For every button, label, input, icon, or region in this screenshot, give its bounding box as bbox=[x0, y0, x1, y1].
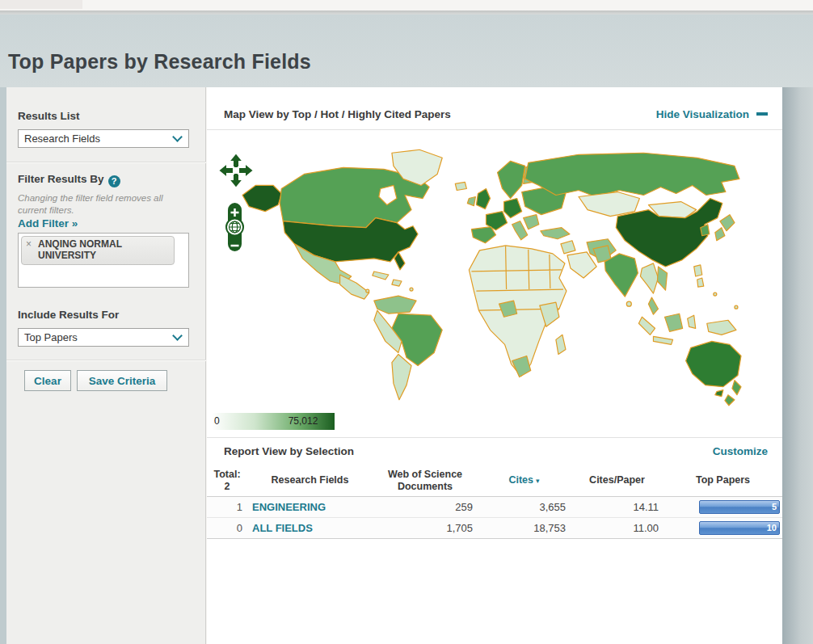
table-header-row: Total: 2 Research Fields Web of Science … bbox=[207, 465, 782, 496]
hide-visualization-link[interactable]: Hide Visualization bbox=[656, 108, 749, 120]
total-header: Total: 2 bbox=[207, 465, 247, 496]
main-content: Map View by Top / Hot / Highly Cited Pap… bbox=[207, 87, 782, 644]
sort-desc-icon: ▾ bbox=[536, 477, 540, 485]
filters-sidebar: Results List Research Fields Filter Resu… bbox=[6, 87, 206, 644]
field-link[interactable]: ENGINEERING bbox=[252, 501, 326, 513]
column-top-papers[interactable]: Top Papers bbox=[663, 465, 782, 496]
results-list-label: Results List bbox=[18, 110, 80, 122]
row-documents: 1,705 bbox=[373, 517, 478, 538]
map-section-header: Map View by Top / Hot / Highly Cited Pap… bbox=[207, 87, 782, 129]
column-wos-documents[interactable]: Web of Science Documents bbox=[373, 465, 478, 496]
sidebar-divider bbox=[6, 360, 206, 361]
continent-south-america[interactable] bbox=[374, 296, 442, 400]
column-research-fields[interactable]: Research Fields bbox=[247, 465, 373, 496]
globe-icon bbox=[226, 219, 243, 236]
world-map[interactable] bbox=[238, 148, 745, 406]
top-papers-bar: 10 bbox=[699, 521, 780, 535]
collapse-minus-icon[interactable] bbox=[756, 112, 768, 116]
filter-results-label: Filter Results By? bbox=[18, 173, 120, 187]
top-papers-value: 10 bbox=[767, 523, 777, 532]
pan-down-icon bbox=[229, 173, 243, 188]
row-rank: 1 bbox=[207, 496, 247, 517]
legend-min-value: 0 bbox=[214, 415, 220, 427]
pan-up-icon bbox=[229, 153, 243, 168]
row-documents: 259 bbox=[373, 496, 478, 517]
browser-top-strip bbox=[0, 0, 813, 11]
filter-chip[interactable]: × ANQING NORMAL UNIVERSITY bbox=[21, 236, 175, 265]
left-margin-strip bbox=[0, 87, 6, 644]
add-filter-link[interactable]: Add Filter » bbox=[18, 217, 78, 229]
map-zoom-control[interactable] bbox=[225, 201, 245, 255]
total-count: 2 bbox=[209, 481, 246, 493]
row-cites-per-paper: 11.00 bbox=[571, 517, 663, 538]
row-rank: 0 bbox=[207, 517, 247, 538]
browser-tab-remnant bbox=[0, 0, 82, 9]
page-title: Top Papers by Research Fields bbox=[8, 50, 311, 74]
column-cites-sorted[interactable]: Cites▾ bbox=[478, 465, 571, 496]
filter-note: Changing the filter field removes all cu… bbox=[18, 192, 186, 217]
top-papers-bar: 5 bbox=[699, 500, 780, 514]
sidebar-divider bbox=[6, 162, 206, 163]
include-results-select[interactable]: Top Papers bbox=[18, 328, 189, 347]
continent-north-america[interactable] bbox=[242, 149, 466, 299]
table-row: 1 ENGINEERING 259 3,655 14.11 5 bbox=[207, 496, 782, 517]
top-papers-value: 5 bbox=[772, 502, 777, 511]
results-list-select[interactable]: Research Fields bbox=[18, 129, 189, 148]
customize-link[interactable]: Customize bbox=[713, 445, 768, 457]
remove-filter-icon[interactable]: × bbox=[26, 239, 32, 250]
filter-chip-label: ANQING NORMAL UNIVERSITY bbox=[38, 238, 122, 261]
pan-left-icon bbox=[218, 163, 234, 178]
row-cites: 18,753 bbox=[478, 517, 571, 538]
right-margin-strip bbox=[782, 87, 813, 644]
results-list-value: Research Fields bbox=[24, 133, 100, 145]
column-cites-per-paper[interactable]: Cites/Paper bbox=[571, 465, 663, 496]
pan-right-icon bbox=[238, 163, 254, 178]
row-cites-per-paper: 14.11 bbox=[571, 496, 663, 517]
include-results-value: Top Papers bbox=[24, 331, 78, 343]
save-criteria-button[interactable]: Save Criteria bbox=[77, 370, 167, 391]
field-link[interactable]: ALL FIELDS bbox=[252, 522, 313, 534]
chevron-down-icon bbox=[172, 330, 183, 341]
report-view-title: Report View by Selection bbox=[224, 445, 354, 457]
report-section-header: Report View by Selection Customize bbox=[207, 438, 782, 465]
active-filters-box: × ANQING NORMAL UNIVERSITY bbox=[18, 233, 189, 288]
page: Top Papers by Research Fields Results Li… bbox=[0, 0, 813, 644]
clear-button[interactable]: Clear bbox=[24, 370, 71, 391]
map-view-title: Map View by Top / Hot / Highly Cited Pap… bbox=[224, 108, 451, 120]
page-header: Top Papers by Research Fields bbox=[0, 15, 813, 87]
report-table: Total: 2 Research Fields Web of Science … bbox=[207, 465, 782, 539]
legend-max-value: 75,012 bbox=[289, 415, 318, 427]
map-visualization: 0 75,012 bbox=[207, 130, 782, 437]
chevron-down-icon bbox=[172, 132, 183, 142]
table-row: 0 ALL FIELDS 1,705 18,753 11.00 10 bbox=[207, 517, 782, 538]
row-cites: 3,655 bbox=[478, 496, 571, 517]
map-pan-control[interactable] bbox=[217, 152, 255, 194]
help-icon[interactable]: ? bbox=[108, 175, 120, 187]
continent-africa[interactable] bbox=[469, 246, 567, 377]
include-results-label: Include Results For bbox=[18, 309, 119, 321]
